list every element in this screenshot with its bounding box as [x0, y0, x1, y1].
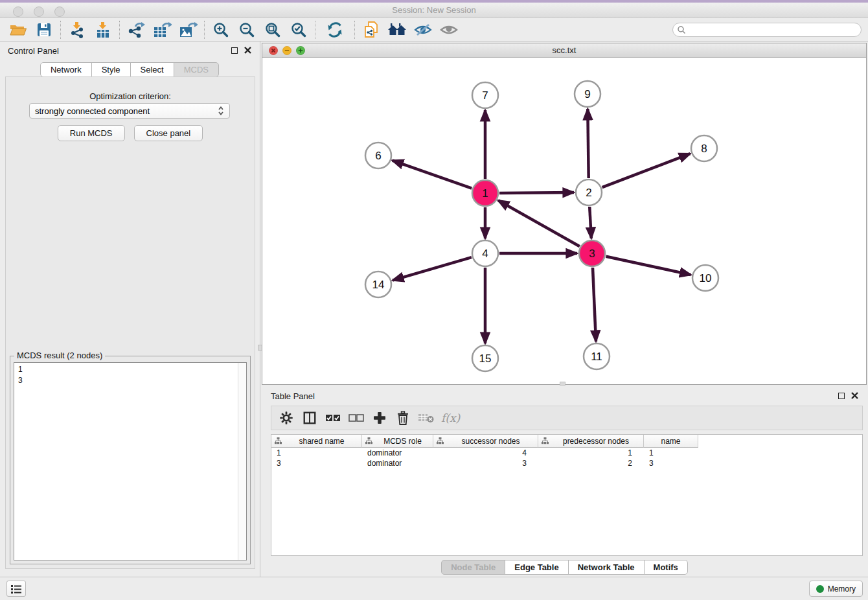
svg-text:6: 6 [375, 150, 381, 162]
save-session-button[interactable] [31, 20, 57, 40]
table-row[interactable]: 3dominator323 [271, 458, 862, 468]
graph-node-10[interactable]: 10 [692, 265, 718, 291]
plus-icon [372, 411, 387, 425]
network-canvas[interactable]: 7968124314101511 [262, 58, 866, 384]
open-session-button[interactable] [5, 20, 31, 40]
graph-node-8[interactable]: 8 [691, 135, 717, 161]
graph-node-11[interactable]: 11 [584, 343, 610, 369]
memory-button[interactable]: Memory [809, 581, 863, 597]
optimization-criterion-dropdown[interactable]: strongly connected component [29, 103, 230, 119]
tab-network-table[interactable]: Network Table [568, 560, 645, 575]
export-table-button[interactable] [149, 20, 175, 40]
horizontal-splitter-handle[interactable] [560, 382, 565, 386]
close-panel-button[interactable]: Close panel [134, 125, 203, 141]
run-mcds-button[interactable]: Run MCDS [58, 125, 125, 141]
graph-node-4[interactable]: 4 [472, 240, 498, 266]
graph-node-14[interactable]: 14 [365, 271, 391, 297]
zoom-in-button[interactable] [208, 20, 234, 40]
table-settings-button[interactable] [277, 409, 296, 427]
column-visibility-button[interactable] [300, 409, 319, 427]
table-row[interactable]: 1dominator411 [271, 448, 862, 458]
table-panel-title: Table Panel [271, 391, 315, 401]
eye-slash-icon [414, 23, 432, 37]
eye-icon [440, 23, 458, 37]
select-all-button[interactable] [323, 409, 343, 427]
add-column-button[interactable] [370, 409, 389, 427]
edge-3-1[interactable] [498, 200, 580, 246]
close-panel-icon[interactable] [244, 46, 252, 54]
export-image-button[interactable] [175, 20, 201, 40]
duplicate-network-button[interactable] [358, 20, 384, 40]
column-header-successor-nodes[interactable]: successor nodes [433, 435, 538, 448]
mcds-result-list[interactable]: 1 3 [14, 362, 247, 560]
edge-3-11[interactable] [593, 268, 596, 341]
cell-name[interactable]: 1 [644, 448, 698, 458]
hide-selected-button[interactable] [410, 20, 436, 40]
cell-predecessor-nodes[interactable]: 2 [538, 458, 644, 468]
zoom-selected-button[interactable] [286, 20, 312, 40]
refresh-view-button[interactable] [319, 20, 351, 40]
tab-mcds[interactable]: MCDS [174, 62, 219, 77]
apply-function-button[interactable]: f(x) [441, 411, 460, 424]
svg-text:7: 7 [482, 89, 488, 102]
main-content: Control Panel NetworkStyleSelectMCDS Opt… [0, 41, 868, 577]
graph-node-2[interactable]: 2 [576, 179, 602, 205]
column-header-shared-name[interactable]: shared name [271, 435, 362, 448]
window-title: Session: New Session [0, 5, 868, 15]
table-toolbar: f(x) [271, 406, 863, 430]
delete-table-button[interactable] [417, 409, 436, 427]
delete-column-button[interactable] [393, 409, 413, 427]
deselect-all-button[interactable] [347, 409, 366, 427]
column-header-MCDS-role[interactable]: MCDS role [362, 435, 433, 448]
graph-node-1[interactable]: 1 [472, 180, 498, 206]
svg-text:9: 9 [584, 88, 590, 100]
cell-predecessor-nodes[interactable]: 1 [538, 448, 644, 458]
tab-style[interactable]: Style [91, 62, 131, 77]
edge-4-14[interactable] [393, 257, 472, 281]
home-button[interactable] [384, 20, 410, 40]
tab-select[interactable]: Select [130, 62, 174, 77]
edge-1-2[interactable] [499, 192, 574, 193]
graph-node-6[interactable]: 6 [365, 143, 391, 168]
main-titlebar: Session: New Session [0, 3, 868, 18]
tab-motifs[interactable]: Motifs [644, 560, 688, 575]
cell-shared-name[interactable]: 3 [271, 458, 362, 468]
zoom-fit-button[interactable] [260, 20, 286, 40]
graph-node-9[interactable]: 9 [575, 81, 600, 107]
cell-successor-nodes[interactable]: 3 [433, 458, 538, 468]
import-table-button[interactable] [90, 20, 116, 40]
cell-successor-nodes[interactable]: 4 [433, 448, 538, 458]
edge-2-8[interactable] [602, 154, 691, 187]
graph-node-15[interactable]: 15 [472, 345, 498, 371]
float-panel-icon[interactable] [231, 47, 238, 54]
edge-3-10[interactable] [606, 257, 691, 275]
column-header-name[interactable]: name [644, 435, 698, 448]
import-network-button[interactable] [64, 20, 90, 40]
tab-network[interactable]: Network [40, 62, 92, 77]
table-close-icon[interactable] [851, 391, 859, 400]
zoom-out-button[interactable] [234, 20, 260, 40]
cell-name[interactable]: 3 [644, 458, 698, 468]
import-table-icon [95, 21, 111, 38]
tab-node-table[interactable]: Node Table [441, 560, 505, 575]
cell-shared-name[interactable]: 1 [271, 448, 362, 458]
export-table-icon [152, 21, 172, 38]
show-all-button[interactable] [436, 20, 462, 40]
task-history-button[interactable] [6, 581, 26, 597]
edge-2-3[interactable] [589, 207, 591, 238]
edge-1-6[interactable] [393, 161, 472, 189]
cell-MCDS-role[interactable]: dominator [362, 448, 433, 458]
search-input[interactable] [689, 25, 861, 34]
cell-MCDS-role[interactable]: dominator [362, 458, 433, 468]
column-header-predecessor-nodes[interactable]: predecessor nodes [538, 435, 644, 448]
toolbar-separator [119, 21, 120, 39]
graph-node-3[interactable]: 3 [579, 240, 605, 266]
result-scrollbar[interactable] [238, 363, 246, 560]
unchecked-boxes-icon [348, 413, 364, 423]
zoom-out-icon [238, 21, 255, 38]
table-float-icon[interactable] [838, 393, 845, 399]
tab-edge-table[interactable]: Edge Table [505, 560, 568, 575]
edge-2-9[interactable] [588, 109, 588, 178]
graph-node-7[interactable]: 7 [472, 82, 498, 108]
export-network-button[interactable] [123, 20, 149, 40]
